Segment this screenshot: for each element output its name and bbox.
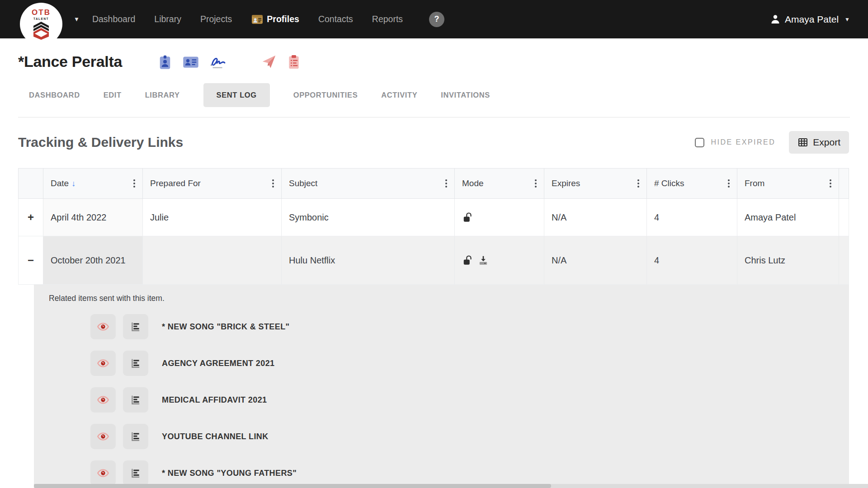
- tab-edit[interactable]: EDIT: [104, 91, 122, 99]
- related-item-title[interactable]: * NEW SONG "YOUNG FATHERS": [162, 469, 297, 478]
- table-header-row: Date ↓ Prepared For Subject Mode Expires: [18, 168, 849, 199]
- send-link-button[interactable]: [261, 54, 277, 70]
- column-header-expires[interactable]: Expires: [544, 169, 647, 198]
- profiles-card-icon: [251, 14, 264, 25]
- subject-value: Symbonic: [289, 211, 329, 224]
- table-row: + April 4th 2022 Julie Symbonic: [18, 199, 849, 236]
- preview-button[interactable]: [90, 424, 116, 449]
- expand-row-button[interactable]: +: [28, 211, 34, 224]
- nav-item-dashboard[interactable]: Dashboard: [92, 14, 135, 24]
- row-expander-cell: +: [19, 199, 43, 236]
- related-item-title[interactable]: MEDICAL AFFIDAVIT 2021: [162, 395, 267, 405]
- document-log-icon: [129, 467, 142, 479]
- related-items-list: * NEW SONG "BRICK & STEEL": [49, 314, 849, 486]
- eye-icon: [97, 357, 109, 370]
- tab-sent-log[interactable]: SENT LOG: [203, 83, 270, 107]
- preview-button[interactable]: [90, 314, 116, 339]
- subject-cell: Hulu Netflix: [282, 236, 455, 284]
- hide-expired-checkbox[interactable]: [695, 138, 704, 147]
- nav-item-profiles[interactable]: Profiles: [251, 14, 299, 25]
- preview-button[interactable]: [90, 460, 116, 486]
- profile-tabs: DASHBOARD EDIT LIBRARY SENT LOG OPPORTUN…: [29, 83, 850, 107]
- document-log-icon: [129, 357, 142, 370]
- column-label: From: [745, 178, 764, 188]
- from-value: Amaya Patel: [745, 211, 796, 224]
- related-item-title[interactable]: * NEW SONG "BRICK & STEEL": [162, 322, 289, 332]
- preview-button[interactable]: [90, 387, 116, 413]
- column-menu-icon[interactable]: [637, 183, 639, 184]
- profile-header: *Lance Peralta: [18, 53, 850, 70]
- details-log-button[interactable]: [123, 460, 148, 486]
- column-menu-icon[interactable]: [272, 183, 274, 184]
- related-item-title[interactable]: YOUTUBE CHANNEL LINK: [162, 432, 269, 441]
- section-heading: Tracking & Delivery Links: [18, 135, 183, 150]
- column-menu-icon[interactable]: [133, 183, 135, 184]
- export-button[interactable]: Export: [789, 131, 849, 154]
- clicks-cell: 4: [647, 199, 737, 236]
- nav-label: Dashboard: [92, 14, 135, 24]
- preview-button[interactable]: [90, 351, 116, 376]
- tab-invitations[interactable]: INVITATIONS: [441, 91, 490, 99]
- column-header-clicks[interactable]: # Clicks: [647, 169, 737, 198]
- details-log-button[interactable]: [123, 314, 148, 339]
- column-header-prepared-for[interactable]: Prepared For: [143, 169, 282, 198]
- details-log-button[interactable]: [123, 351, 148, 376]
- details-log-button[interactable]: [123, 424, 148, 449]
- tab-activity[interactable]: ACTIVITY: [381, 91, 417, 99]
- brand-subtitle: TALENT: [33, 17, 49, 20]
- brand: OTB TALENT: [0, 0, 70, 38]
- tab-opportunities[interactable]: OPPORTUNITIES: [293, 91, 358, 99]
- column-header-subject[interactable]: Subject: [282, 169, 455, 198]
- prepared-for-cell: [143, 236, 282, 284]
- clicks-value: 4: [654, 254, 659, 267]
- related-items-panel: Related items sent with this item.: [34, 285, 849, 488]
- horizontal-scrollbar[interactable]: [34, 484, 868, 488]
- nav-item-projects[interactable]: Projects: [200, 14, 232, 24]
- nav-item-reports[interactable]: Reports: [372, 14, 403, 24]
- list-item: MEDICAL AFFIDAVIT 2021: [49, 387, 849, 413]
- user-menu[interactable]: Amaya Patel ▼: [770, 14, 850, 25]
- tab-dashboard[interactable]: DASHBOARD: [29, 91, 80, 99]
- tab-library[interactable]: LIBRARY: [145, 91, 180, 99]
- brand-emblem-icon: [32, 22, 51, 40]
- eye-icon: [97, 320, 109, 333]
- help-icon[interactable]: ?: [429, 12, 444, 27]
- scrollbar-thumb[interactable]: [34, 484, 551, 488]
- tasks-clipboard-button[interactable]: [288, 54, 300, 70]
- column-header-mode[interactable]: Mode: [455, 169, 544, 198]
- section-controls: HIDE EXPIRED Export: [695, 131, 849, 154]
- column-menu-icon[interactable]: [728, 183, 730, 184]
- list-item: AGENCY AGREEMENT 2021: [49, 351, 849, 376]
- user-caret-icon: ▼: [844, 16, 850, 23]
- unlocked-lock-icon: [462, 254, 474, 266]
- column-menu-icon[interactable]: [445, 183, 447, 184]
- details-log-button[interactable]: [123, 387, 148, 413]
- column-header-from[interactable]: From: [737, 169, 839, 198]
- nav-item-contacts[interactable]: Contacts: [318, 14, 353, 24]
- sort-descending-icon[interactable]: ↓: [71, 179, 75, 188]
- section-header: Tracking & Delivery Links HIDE EXPIRED E…: [18, 131, 849, 154]
- page: OTB TALENT ▼ Dashboard Library Projects: [0, 0, 868, 488]
- sent-log-table: Date ↓ Prepared For Subject Mode Expires: [18, 168, 849, 488]
- nav-item-library[interactable]: Library: [154, 14, 181, 24]
- brand-logo[interactable]: OTB TALENT: [20, 3, 62, 45]
- from-cell: Amaya Patel: [737, 199, 839, 236]
- column-header-date[interactable]: Date ↓: [43, 169, 143, 198]
- brand-caret-icon[interactable]: ▼: [74, 16, 80, 23]
- subject-cell: Symbonic: [282, 199, 455, 236]
- contact-card-button[interactable]: [183, 55, 199, 69]
- column-menu-icon[interactable]: [535, 183, 537, 184]
- column-menu-icon[interactable]: [830, 183, 831, 184]
- hide-expired-toggle[interactable]: HIDE EXPIRED: [695, 138, 775, 147]
- paper-plane-icon: [261, 54, 277, 70]
- id-badge-button[interactable]: [158, 54, 172, 70]
- signature-button[interactable]: [210, 55, 227, 69]
- related-item-title[interactable]: AGENCY AGREEMENT 2021: [162, 359, 274, 368]
- mode-cell: [455, 236, 544, 284]
- brand-name: OTB: [32, 9, 51, 16]
- collapse-row-button[interactable]: −: [28, 254, 34, 267]
- related-items-note: Related items sent with this item.: [49, 294, 849, 303]
- from-value: Chris Lutz: [745, 254, 785, 267]
- eye-icon: [97, 430, 109, 443]
- expires-value: N/A: [552, 211, 566, 224]
